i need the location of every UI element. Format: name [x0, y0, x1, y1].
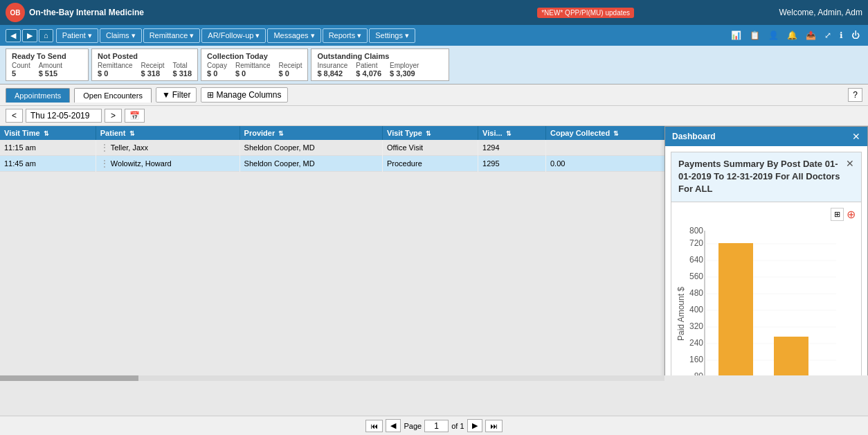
not-posted-values: Remittance $ 0 Receipt $ 318 Total $ 318	[98, 62, 192, 78]
arrows-icon[interactable]: ⤢	[822, 29, 834, 42]
prev-page-button[interactable]: ◀	[386, 419, 401, 432]
cell-provider: Sheldon Cooper, MD	[239, 156, 382, 172]
dashboard-close-button[interactable]: ✕	[852, 131, 860, 142]
date-prev-button[interactable]: <	[6, 109, 23, 123]
info-icon[interactable]: ℹ	[837, 29, 846, 42]
page-of-label: of 1	[451, 422, 464, 430]
table-icon[interactable]: 📋	[747, 29, 763, 42]
ready-to-send-count-label: Count	[12, 62, 30, 69]
reports-menu[interactable]: Reports ▾	[323, 28, 368, 43]
patient-dot[interactable]: ⋮	[100, 159, 109, 168]
col-visit-id[interactable]: Visi... ⇅	[478, 126, 546, 140]
main-area: Visit Time ⇅ Patient ⇅ Provider ⇅ Visit …	[0, 126, 868, 375]
forward-button[interactable]: ▶	[22, 29, 37, 42]
chart-icon[interactable]: 📊	[728, 29, 744, 42]
help-button[interactable]: ?	[848, 88, 862, 102]
svg-text:800: 800	[689, 226, 703, 236]
ready-to-send-values: Count 5 Amount $ 515	[12, 62, 82, 78]
columns-icon: ⊞	[207, 90, 214, 100]
last-page-button[interactable]: ⏭	[485, 420, 503, 432]
claims-menu[interactable]: Claims ▾	[100, 28, 142, 43]
svg-text:720: 720	[689, 238, 703, 248]
outstanding-employer-col: Employer $ 3,309	[390, 62, 419, 78]
back-button[interactable]: ◀	[6, 29, 21, 42]
summary-bar: Ready To Send Count 5 Amount $ 515 Not P…	[0, 46, 868, 85]
cell-visit-time: 11:45 am	[0, 156, 96, 172]
ready-to-send-card: Ready To Send Count 5 Amount $ 515	[6, 48, 89, 81]
horizontal-scrollbar[interactable]	[0, 375, 664, 381]
ready-to-send-count-value: 5	[12, 69, 30, 78]
calendar-button[interactable]: 📅	[125, 109, 145, 123]
chart-toolbar: ⊞ ⊕	[677, 208, 856, 221]
scrollbar-thumb[interactable]	[0, 375, 138, 381]
patient-menu[interactable]: Patient ▾	[56, 28, 98, 43]
tab-appointments[interactable]: Appointments	[6, 88, 70, 103]
chart-close-button[interactable]: ✕	[846, 158, 854, 169]
nav-menu: Patient ▾ Claims ▾ Remittance ▾ AR/Follo…	[56, 28, 415, 43]
cell-visit-type: Procedure	[383, 156, 478, 172]
nav-icons: 📊 📋 👤 🔔 📤 ⤢ ℹ ⏻	[728, 29, 862, 42]
payments-chart: Paid Amount $ 0 80 160 240 320 400 480 5…	[677, 224, 843, 375]
logo-icon: OB	[6, 3, 25, 22]
upload-icon[interactable]: 📤	[803, 29, 819, 42]
not-posted-total-col: Total $ 318	[172, 62, 192, 78]
collection-card: Collection Today Copay $ 0 Remittance $ …	[201, 48, 308, 81]
not-posted-receipt-label: Receipt	[141, 62, 165, 69]
collection-remittance-value: $ 0	[235, 69, 271, 78]
ar-followup-menu[interactable]: AR/Follow-up ▾	[201, 28, 266, 43]
first-page-button[interactable]: ⏮	[365, 420, 383, 432]
collection-receipt-label: Receipt	[279, 62, 302, 69]
navbar: ◀ ▶ ⌂ Patient ▾ Claims ▾ Remittance ▾ AR…	[0, 25, 868, 46]
collection-receipt-col: Receipt $ 0	[279, 62, 302, 78]
filter-button[interactable]: ▼ Filter	[156, 87, 197, 103]
outstanding-insurance-col: Insurance $ 8,842	[317, 62, 347, 78]
ready-to-send-amount-label: Amount	[39, 62, 62, 69]
patient-dot[interactable]: ⋮	[100, 143, 109, 152]
col-visit-type[interactable]: Visit Type ⇅	[383, 126, 478, 140]
outstanding-insurance-label: Insurance	[317, 62, 347, 69]
chart-cursor-icon[interactable]: ⊕	[847, 208, 856, 221]
ready-to-send-amount-col: Amount $ 515	[39, 62, 62, 78]
chart-header: Payments Summary By Post Date 01-01-2019…	[671, 152, 861, 202]
chart-area: ⊞ ⊕ Paid Amount $ 0 80 160 240 320 4	[671, 202, 861, 375]
outstanding-claims-values: Insurance $ 8,842 Patient $ 4,076 Employ…	[317, 62, 443, 78]
outstanding-claims-card: Outstanding Claims Insurance $ 8,842 Pat…	[311, 48, 449, 81]
nav-arrows: ◀ ▶ ⌂	[6, 29, 53, 42]
col-visit-time[interactable]: Visit Time ⇅	[0, 126, 96, 140]
cell-patient: ⋮ Teller, Jaxx	[96, 140, 239, 156]
settings-menu[interactable]: Settings ▾	[369, 28, 415, 43]
not-posted-remittance-col: Remittance $ 0	[98, 62, 133, 78]
not-posted-receipt-col: Receipt $ 318	[141, 62, 165, 78]
svg-text:320: 320	[689, 321, 703, 331]
logout-icon[interactable]: ⏻	[849, 29, 862, 42]
svg-text:560: 560	[689, 272, 703, 281]
bell-icon[interactable]: 🔔	[784, 29, 800, 42]
not-posted-title: Not Posted	[98, 52, 192, 60]
not-posted-total-value: $ 318	[172, 69, 192, 78]
cell-visit-id: 1295	[478, 156, 546, 172]
not-posted-card: Not Posted Remittance $ 0 Receipt $ 318 …	[91, 48, 198, 81]
app-title: On-the-Bay Internal Medicine	[29, 8, 144, 17]
svg-text:400: 400	[689, 305, 703, 314]
date-input[interactable]	[26, 109, 102, 123]
manage-columns-button[interactable]: ⊞ Manage Columns	[201, 87, 287, 103]
collection-title: Collection Today	[207, 52, 302, 60]
col-patient[interactable]: Patient ⇅	[96, 126, 239, 140]
bar-jan	[718, 243, 753, 375]
chart-table-toggle[interactable]: ⊞	[831, 208, 844, 221]
cell-provider: Sheldon Cooper, MD	[239, 140, 382, 156]
date-next-button[interactable]: >	[105, 109, 122, 123]
page-number-input[interactable]	[424, 420, 449, 432]
cell-visit-time: 11:15 am	[0, 140, 96, 156]
messages-menu[interactable]: Messages ▾	[267, 28, 320, 43]
remittance-menu[interactable]: Remittance ▾	[143, 28, 201, 43]
next-page-button[interactable]: ▶	[467, 419, 482, 432]
new-badge[interactable]: *NEW* QPP/PI(MU) updates	[537, 8, 634, 18]
svg-text:640: 640	[689, 255, 703, 265]
user-icon[interactable]: 👤	[766, 29, 781, 42]
col-provider[interactable]: Provider ⇅	[239, 126, 382, 140]
home-button[interactable]: ⌂	[39, 29, 53, 42]
cell-visit-id: 1294	[478, 140, 546, 156]
svg-text:Paid Amount $: Paid Amount $	[677, 286, 686, 340]
tab-open-encounters[interactable]: Open Encounters	[74, 88, 152, 103]
